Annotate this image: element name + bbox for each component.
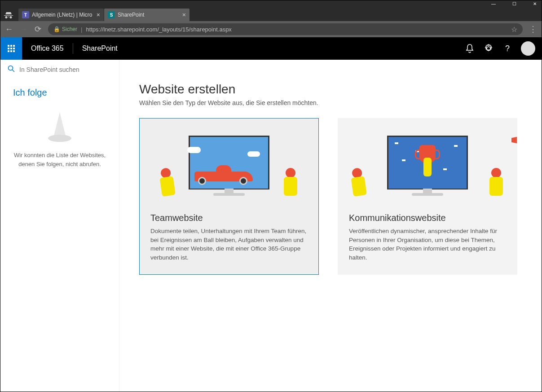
browser-tabbar: T Allgemein (LNetz) | Micro × S SharePoi… — [0, 7, 542, 21]
tab-teams[interactable]: T Allgemein (LNetz) | Micro × — [18, 9, 104, 21]
maximize-button[interactable]: ☐ — [511, 0, 517, 7]
communicationsite-illustration — [338, 119, 517, 207]
url-input[interactable]: 🔒 Sicher | https://lnetz.sharepoint.com/… — [48, 23, 523, 35]
empty-state-cone-icon — [0, 105, 119, 151]
svg-point-2 — [48, 135, 71, 142]
svg-line-1 — [13, 70, 15, 72]
bookmark-star-icon[interactable]: ☆ — [511, 25, 517, 34]
card-desc: Veröffentlichen dynamischer, ansprechend… — [349, 227, 506, 262]
tab-close-button[interactable]: × — [97, 11, 100, 18]
back-button[interactable]: ← — [5, 25, 13, 34]
browser-menu-button[interactable]: ⋮ — [529, 24, 537, 34]
waffle-icon — [8, 45, 15, 52]
page-title: Website erstellen — [139, 82, 522, 97]
settings-gear-icon[interactable] — [483, 43, 494, 54]
close-window-button[interactable]: ✕ — [532, 0, 538, 7]
teamsite-illustration — [140, 119, 318, 207]
follow-empty-text: Wir konnten die Liste der Websites, dene… — [0, 151, 119, 168]
main-content: Website erstellen Wählen Sie den Typ der… — [119, 60, 542, 392]
help-icon[interactable]: ? — [502, 43, 513, 54]
secure-label: Sicher — [62, 26, 77, 32]
sidebar: Ich folge Wir konnten die Liste der Webs… — [0, 60, 119, 392]
suite-header: Office 365 SharePoint ? — [0, 37, 542, 60]
svg-point-0 — [9, 66, 13, 70]
teams-icon: T — [22, 11, 29, 18]
sharepoint-icon: S — [108, 11, 115, 18]
lock-icon: 🔒 Sicher — [53, 26, 77, 32]
user-avatar[interactable] — [521, 41, 535, 56]
app-launcher-button[interactable] — [0, 37, 22, 60]
notifications-icon[interactable] — [464, 43, 475, 54]
card-communicationsite[interactable]: Kommunikationswebsite Veröffentlichen dy… — [338, 118, 517, 275]
tab-sharepoint[interactable]: S SharePoint × — [104, 9, 189, 21]
tab-label: Allgemein (LNetz) | Micro — [32, 12, 92, 18]
follow-heading: Ich folge — [0, 79, 119, 105]
page-subtitle: Wählen Sie den Typ der Website aus, die … — [139, 99, 522, 106]
incognito-icon — [2, 9, 15, 21]
url-text: https://lnetz.sharepoint.com/_layouts/15… — [86, 26, 231, 33]
window-titlebar: — ☐ ✕ — [0, 0, 542, 7]
suite-brand[interactable]: Office 365 — [22, 44, 73, 53]
card-desc: Dokumente teilen, Unterhaltungen mit Ihr… — [150, 227, 308, 262]
reload-button[interactable]: ⟳ — [34, 24, 42, 34]
card-teamsite[interactable]: Teamwebsite Dokumente teilen, Unterhaltu… — [139, 118, 319, 275]
minimize-button[interactable]: — — [490, 0, 497, 7]
search-icon — [8, 65, 15, 74]
tab-label: SharePoint — [118, 12, 144, 18]
card-title: Teamwebsite — [150, 213, 308, 223]
card-title: Kommunikationswebsite — [349, 213, 506, 223]
browser-addressbar: ← → ⟳ 🔒 Sicher | https://lnetz.sharepoin… — [0, 21, 542, 37]
suite-app-name[interactable]: SharePoint — [73, 44, 127, 53]
search-input[interactable] — [19, 66, 112, 73]
megaphone-icon — [511, 135, 517, 145]
forward-button[interactable]: → — [19, 25, 27, 34]
tab-close-button[interactable]: × — [182, 11, 186, 18]
